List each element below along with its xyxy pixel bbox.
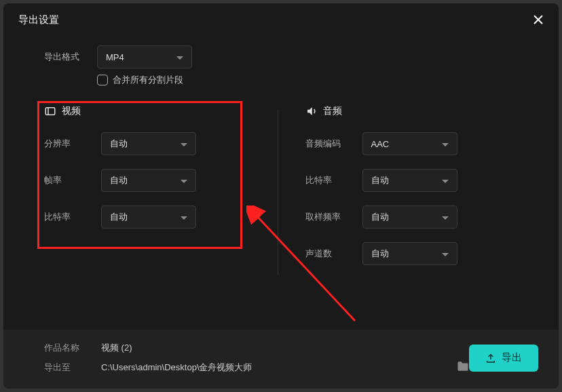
settings-columns: 视频 分辨率 自动 帧率 自动 比特率: [44, 105, 518, 279]
format-select[interactable]: MP4: [97, 45, 192, 68]
project-name-label: 作品名称: [44, 342, 101, 354]
resolution-row: 分辨率 自动: [44, 132, 257, 155]
video-bitrate-select[interactable]: 自动: [101, 205, 196, 229]
format-row: 导出格式 MP4: [44, 45, 518, 68]
audio-bitrate-label: 比特率: [305, 174, 362, 187]
video-column: 视频 分辨率 自动 帧率 自动 比特率: [44, 105, 278, 279]
video-section-title: 视频: [62, 105, 81, 117]
video-bitrate-row: 比特率 自动: [44, 205, 257, 229]
channels-select[interactable]: 自动: [362, 242, 457, 265]
export-path-label: 导出至: [44, 361, 101, 374]
resolution-value: 自动: [110, 138, 128, 150]
framerate-value: 自动: [110, 174, 128, 187]
format-value: MP4: [106, 52, 124, 62]
samplerate-label: 取样频率: [305, 211, 362, 223]
framerate-row: 帧率 自动: [44, 169, 257, 192]
chevron-down-icon: [442, 212, 449, 222]
audio-section-title: 音频: [323, 105, 342, 117]
channels-label: 声道数: [305, 248, 362, 260]
checkbox-box: [97, 75, 108, 85]
content-area: 导出格式 MP4 合并所有分割片段 视频: [3, 33, 559, 279]
close-icon: [533, 14, 544, 25]
audio-bitrate-row: 比特率 自动: [305, 169, 519, 192]
resolution-select[interactable]: 自动: [101, 132, 196, 155]
chevron-down-icon: [181, 212, 187, 222]
export-path-value: C:\Users\admin\Desktop\金舟视频大师: [101, 361, 436, 374]
chevron-down-icon: [442, 139, 449, 149]
footer: 作品名称 视频 (2) 导出至 C:\Users\admin\Desktop\金…: [3, 330, 559, 389]
framerate-label: 帧率: [44, 174, 101, 187]
audio-codec-value: AAC: [371, 139, 390, 149]
merge-checkbox[interactable]: 合并所有分割片段: [97, 74, 518, 86]
video-bitrate-value: 自动: [110, 211, 128, 223]
audio-codec-row: 音频编码 AAC: [305, 132, 519, 155]
chevron-down-icon: [442, 176, 449, 186]
merge-checkbox-label: 合并所有分割片段: [113, 74, 183, 86]
video-bitrate-label: 比特率: [44, 211, 101, 223]
export-path-row: 导出至 C:\Users\admin\Desktop\金舟视频大师: [44, 361, 469, 374]
browse-folder-button[interactable]: [457, 361, 469, 374]
format-label: 导出格式: [44, 51, 97, 63]
audio-bitrate-select[interactable]: 自动: [362, 169, 457, 192]
export-button[interactable]: 导出: [469, 345, 538, 372]
chevron-down-icon: [176, 52, 183, 62]
chevron-down-icon: [442, 249, 449, 259]
export-settings-dialog: 导出设置 导出格式 MP4 合并所有分割片段: [3, 3, 559, 389]
samplerate-row: 取样频率 自动: [305, 205, 519, 229]
folder-icon: [457, 361, 469, 372]
chevron-down-icon: [181, 176, 187, 186]
upload-icon: [485, 353, 496, 364]
audio-codec-select[interactable]: AAC: [362, 132, 457, 155]
audio-column: 音频 音频编码 AAC 比特率 自动: [278, 105, 519, 279]
channels-value: 自动: [371, 248, 389, 260]
audio-bitrate-value: 自动: [371, 174, 389, 187]
video-icon: [44, 105, 56, 117]
close-button[interactable]: [531, 13, 545, 26]
framerate-select[interactable]: 自动: [101, 169, 196, 192]
footer-info: 作品名称 视频 (2) 导出至 C:\Users\admin\Desktop\金…: [44, 342, 469, 374]
channels-row: 声道数 自动: [305, 242, 519, 265]
dialog-title: 导出设置: [18, 14, 59, 26]
resolution-label: 分辨率: [44, 138, 101, 150]
project-name-row: 作品名称 视频 (2): [44, 342, 469, 354]
project-name-value: 视频 (2): [101, 342, 469, 354]
samplerate-select[interactable]: 自动: [362, 205, 457, 229]
chevron-down-icon: [181, 139, 187, 149]
video-section-header: 视频: [44, 105, 257, 117]
samplerate-value: 自动: [371, 211, 389, 223]
export-button-label: 导出: [502, 351, 522, 364]
titlebar: 导出设置: [3, 3, 559, 33]
audio-icon: [305, 105, 318, 117]
audio-section-header: 音频: [305, 105, 519, 117]
audio-codec-label: 音频编码: [305, 138, 362, 150]
svg-rect-2: [45, 108, 55, 115]
